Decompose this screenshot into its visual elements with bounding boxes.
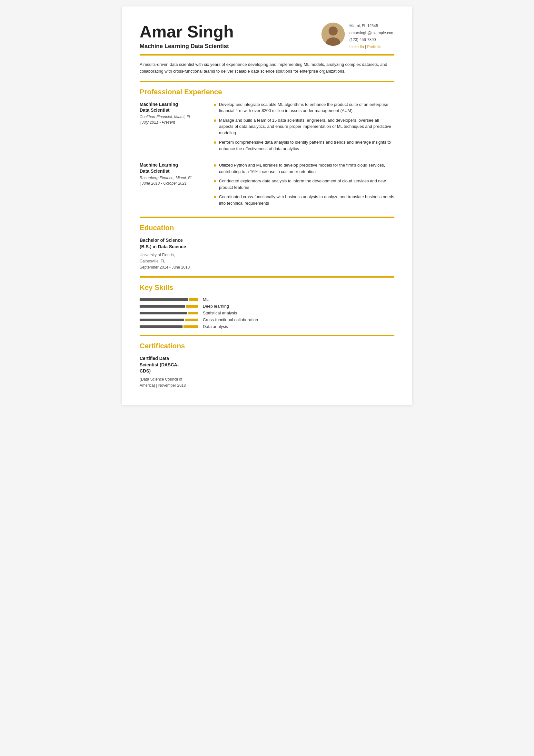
candidate-title: Machine Learning Data Scientist bbox=[140, 43, 234, 50]
bullet-2-2: Conducted exploratory data analysis to i… bbox=[214, 178, 394, 190]
skill-label-collab: Cross-functional collaboration bbox=[203, 317, 258, 322]
header-right: Miami, FL 12345 amarsingh@example.com (1… bbox=[321, 23, 394, 50]
experience-row-2: Machine LearningData Scientist Rosenberg… bbox=[140, 162, 394, 209]
skill-label-data: Data analysis bbox=[203, 324, 228, 329]
skills-divider bbox=[140, 335, 394, 336]
skill-row-stats: Statistical analysis bbox=[140, 310, 394, 315]
skill-label-dl: Deep learning bbox=[203, 304, 229, 309]
contact-email: amarsingh@example.com bbox=[349, 30, 394, 37]
header-left: Amar Singh Machine Learning Data Scienti… bbox=[140, 23, 234, 50]
header-divider bbox=[140, 54, 394, 56]
skill-row-dl: Deep learning bbox=[140, 304, 394, 309]
exp-bullets-2: Utilized Python and ML libraries to deve… bbox=[214, 162, 394, 206]
skill-label-ml: ML bbox=[203, 297, 209, 302]
portfolio-link[interactable]: Portfolio bbox=[367, 44, 381, 49]
avatar bbox=[321, 23, 345, 46]
summary-divider bbox=[140, 81, 394, 82]
skill-label-stats: Statistical analysis bbox=[203, 310, 237, 315]
skill-bar-data bbox=[140, 325, 198, 328]
exp-left-2: Machine LearningData Scientist Rosenberg… bbox=[140, 162, 204, 209]
exp-company-1: Coulthart Financial, Miami, FL| July 202… bbox=[140, 114, 204, 125]
skill-row-data: Data analysis bbox=[140, 324, 394, 329]
certifications-section-header: Certifications bbox=[140, 342, 394, 350]
exp-right-2: Utilized Python and ML libraries to deve… bbox=[214, 162, 394, 209]
bullet-2-3: Coordinated cross-functionally with busi… bbox=[214, 194, 394, 206]
bullet-1-3: Perform comprehensive data analysis to i… bbox=[214, 139, 394, 152]
education-section: Education Bachelor of Science(B.S.) in D… bbox=[140, 224, 394, 271]
cert-title-1: Certified DataScientist (DASCA-CDS) bbox=[140, 355, 394, 374]
exp-left-1: Machine LearningData Scientist Coulthart… bbox=[140, 101, 204, 155]
linkedin-link[interactable]: LinkedIn bbox=[349, 44, 364, 49]
skill-bar-ml bbox=[140, 298, 198, 301]
summary-text: A results-driven data scientist with six… bbox=[140, 61, 394, 75]
contact-links: LinkedIn | Portfolio bbox=[349, 43, 394, 51]
skill-row-collab: Cross-functional collaboration bbox=[140, 317, 394, 322]
exp-company-2: Rosenberg Finance, Miami, FL| June 2018 … bbox=[140, 175, 204, 186]
skills-section: Key Skills ML Deep learning Statistical … bbox=[140, 284, 394, 329]
edu-details: University of Florida,Gainesville, FLSep… bbox=[140, 252, 394, 271]
resume-container: Amar Singh Machine Learning Data Scienti… bbox=[122, 7, 412, 405]
skill-row-ml: ML bbox=[140, 297, 394, 302]
education-section-header: Education bbox=[140, 224, 394, 232]
contact-location: Miami, FL 12345 bbox=[349, 23, 394, 30]
skill-bar-collab bbox=[140, 319, 198, 321]
skill-bar-dl bbox=[140, 305, 198, 308]
exp-title-2: Machine LearningData Scientist bbox=[140, 162, 204, 174]
exp-bullets-1: Develop and integrate scalable ML algori… bbox=[214, 101, 394, 152]
experience-section-header: Professional Experience bbox=[140, 88, 394, 96]
contact-info: Miami, FL 12345 amarsingh@example.com (1… bbox=[349, 23, 394, 50]
cert-details-1: (Data Science Council ofAmerica) | Novem… bbox=[140, 376, 394, 389]
bullet-1-1: Develop and integrate scalable ML algori… bbox=[214, 101, 394, 114]
skills-section-header: Key Skills bbox=[140, 284, 394, 292]
skill-bar-stats bbox=[140, 312, 198, 314]
bullet-2-1: Utilized Python and ML libraries to deve… bbox=[214, 162, 394, 175]
edu-degree: Bachelor of Science(B.S.) in Data Scienc… bbox=[140, 237, 394, 250]
experience-section: Professional Experience Machine Learning… bbox=[140, 88, 394, 210]
experience-row-1: Machine LearningData Scientist Coulthart… bbox=[140, 101, 394, 155]
experience-divider bbox=[140, 217, 394, 218]
bullet-1-2: Manage and build a team of 15 data scien… bbox=[214, 117, 394, 136]
candidate-name: Amar Singh bbox=[140, 23, 234, 41]
exp-title-1: Machine LearningData Scientist bbox=[140, 101, 204, 113]
certifications-section: Certifications Certified DataScientist (… bbox=[140, 342, 394, 389]
exp-right-1: Develop and integrate scalable ML algori… bbox=[214, 101, 394, 155]
header: Amar Singh Machine Learning Data Scienti… bbox=[140, 23, 394, 50]
svg-point-1 bbox=[329, 26, 338, 36]
education-divider bbox=[140, 276, 394, 278]
contact-phone: (123) 456-7890 bbox=[349, 37, 394, 43]
